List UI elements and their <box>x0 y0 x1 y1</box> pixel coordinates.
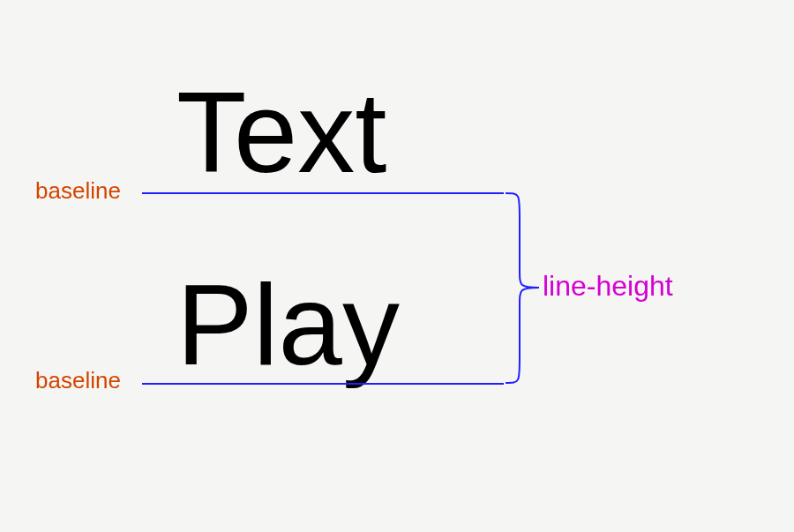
curly-brace-icon <box>504 192 548 384</box>
sample-word-1: Text <box>176 75 386 190</box>
baseline-label-1: baseline <box>35 177 121 205</box>
baseline-line-2 <box>142 383 504 385</box>
line-height-label: line-height <box>543 270 673 303</box>
sample-word-2: Play <box>176 267 400 382</box>
baseline-label-2: baseline <box>35 367 121 394</box>
baseline-line-1 <box>142 192 504 194</box>
line-height-diagram: Text Play baseline baseline line-height <box>0 0 794 532</box>
